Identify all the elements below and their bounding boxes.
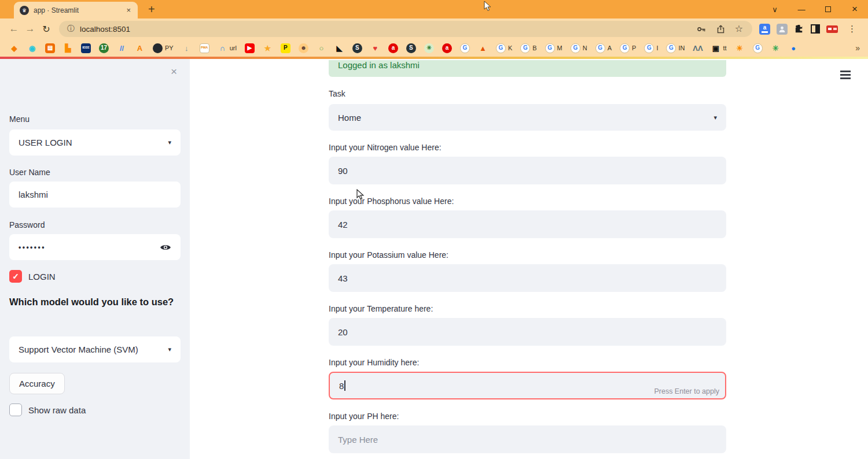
forward-button[interactable]: → [22,23,38,35]
username-input[interactable]: lakshmi [9,182,181,208]
address-bar[interactable]: ⓘ localhost:8501 ☆ [59,21,752,37]
success-message: Logged in as lakshmi [338,60,717,71]
task-label: Task [329,89,726,98]
bookmark-favicon-icon: S [406,43,416,53]
bookmark-label: tt [723,45,726,51]
url-text[interactable]: localhost:8501 [80,25,692,34]
bookmark-item[interactable]: PY [153,43,174,53]
bookmark-label: url [230,45,237,51]
bookmark-favicon-icon: ✳ [771,43,781,53]
bookmark-item[interactable]: A [135,43,145,53]
extensions-puzzle-icon[interactable] [794,24,804,34]
bookmark-item[interactable]: ▣tt [711,43,726,53]
reload-button[interactable]: ↻ [38,24,54,35]
form-field: Input your Humidity here:8Press Enter to… [329,358,726,399]
maximize-button[interactable] [815,5,841,14]
show-password-eye-icon[interactable] [160,243,171,251]
bookmarks-overflow-icon[interactable]: » [852,39,860,57]
bookmark-favicon-icon: G [666,43,676,53]
bookmark-item[interactable]: ∩url [218,43,237,53]
reading-mode-icon[interactable] [811,24,820,34]
bookmark-item[interactable]: GP [620,43,636,53]
bookmark-item[interactable]: GM [545,43,562,53]
back-button[interactable]: ← [6,23,22,35]
profile-extension-icon[interactable] [777,24,788,35]
bookmark-item[interactable]: P [281,43,290,53]
new-tab-button[interactable]: + [148,1,155,18]
app-menu-hamburger-icon[interactable] [838,68,853,82]
bookmark-item[interactable]: ★ [263,43,273,53]
bookmark-item[interactable]: ☀ [735,43,745,53]
login-checkbox-row[interactable]: ✓ LOGIN [9,270,181,283]
password-key-icon[interactable] [697,24,707,34]
model-select[interactable]: Support Vector Machine (SVM) ▾ [9,336,181,362]
bookmark-item[interactable]: GI [644,43,658,53]
accuracy-button[interactable]: Accuracy [9,373,65,394]
bookmark-item[interactable]: ▤ [45,43,55,53]
show-raw-data-checkbox[interactable] [9,404,22,416]
tab-search-icon[interactable]: ∨ [762,5,788,14]
task-select[interactable]: Home ▾ [329,104,726,131]
text-input[interactable]: 42 [329,210,726,238]
bookmark-item[interactable]: GIN [666,43,685,53]
text-input[interactable]: 8Press Enter to apply [329,372,726,399]
bookmark-item[interactable]: S [352,43,362,53]
browser-menu-icon[interactable]: ⋮ [844,24,860,34]
bookmark-item[interactable]: ● [789,43,799,53]
close-button[interactable]: × [841,3,868,15]
site-info-icon[interactable]: ⓘ [67,24,75,34]
bookmark-item[interactable]: ↓ [182,43,192,53]
tab-close-icon[interactable]: × [125,6,132,14]
bookmark-item[interactable]: GB [520,43,536,53]
bookmark-item[interactable]: GA [595,43,612,53]
login-checkbox[interactable]: ✓ [9,270,22,283]
bookmark-item[interactable]: a [442,43,452,53]
translate-extension-icon[interactable]: a [759,24,770,35]
bookmark-item[interactable]: ◣ [334,43,344,53]
bookmark-star-icon[interactable]: ☆ [735,24,743,34]
password-input[interactable]: ••••••• [9,234,181,260]
check-icon: ✓ [12,272,19,281]
sidebar-close-icon[interactable]: × [171,66,177,77]
bookmark-item[interactable]: ◆ [9,43,19,53]
bookmark-item[interactable]: PMA [200,43,209,53]
menu-select[interactable]: USER LOGIN ▾ [9,129,181,156]
share-icon[interactable] [716,24,726,34]
text-input[interactable]: 90 [329,157,726,184]
bookmarks-bar: ◆◉▤▙IEEE17//APY↓PMA∩url▶★P☻○◣S♥aS✳aG▲GKG… [0,39,868,57]
show-raw-data-row[interactable]: Show raw data [9,404,181,416]
text-input[interactable]: 43 [329,264,726,292]
bookmark-favicon-icon: ◣ [334,43,344,53]
bookmark-favicon-icon: G [496,43,506,53]
bookmark-item[interactable]: a [388,43,398,53]
minimize-button[interactable]: — [788,5,815,14]
bookmark-item[interactable]: ▲ [478,43,488,53]
bookmark-favicon-icon: ● [789,43,799,53]
bookmark-item[interactable]: ΛΛ [693,43,703,53]
bookmark-item[interactable]: ▶ [245,43,255,53]
form-field: Input your Potassium value Here:43 [329,250,726,292]
text-input[interactable]: Type Here [329,425,726,453]
bookmark-item[interactable]: GN [571,43,587,53]
bookmark-item[interactable]: G [460,43,470,53]
bookmark-item[interactable]: ☻ [299,43,308,53]
bookmark-item[interactable]: ○ [317,43,326,53]
bookmark-favicon-icon: ▶ [245,43,255,53]
bookmark-item[interactable]: // [117,43,127,53]
bookmark-item[interactable]: GK [496,43,512,53]
bookmark-item[interactable]: 17 [99,43,109,53]
bookmark-item[interactable]: IEEE [81,43,91,53]
success-banner: Logged in as lakshmi [329,60,726,77]
bookmark-item[interactable]: ▙ [63,43,73,53]
red-extension-icon[interactable] [826,25,838,33]
bookmark-item[interactable]: G [753,43,763,53]
input-value: 8 [339,381,344,391]
bookmark-item[interactable]: ✳ [424,43,434,53]
bookmark-item[interactable]: ◉ [27,43,37,53]
text-input[interactable]: 20 [329,318,726,346]
bookmark-item[interactable]: ♥ [370,43,380,53]
bookmark-favicon-icon: ↓ [182,43,192,53]
bookmark-item[interactable]: S [406,43,416,53]
browser-tab[interactable]: ♛ app · Streamlit × [14,2,138,18]
bookmark-item[interactable]: ✳ [771,43,781,53]
